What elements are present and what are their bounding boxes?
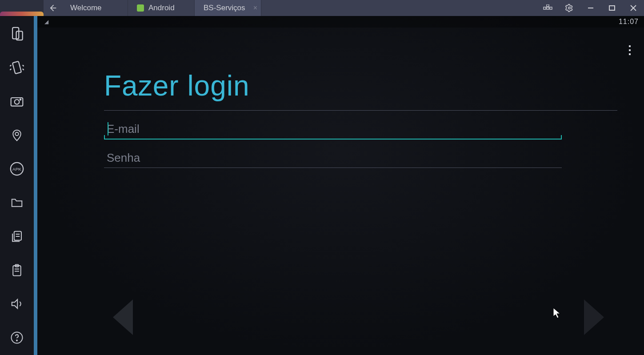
svg-marker-34 (553, 308, 560, 318)
svg-rect-31 (629, 53, 631, 55)
svg-point-28 (16, 340, 17, 341)
orientation-icon[interactable] (7, 24, 27, 44)
svg-rect-29 (629, 45, 631, 47)
mouse-cursor (553, 307, 561, 319)
keymap-button[interactable] (537, 0, 559, 16)
close-button[interactable] (623, 0, 644, 16)
login-form: Fazer login (104, 69, 617, 168)
overflow-menu-icon[interactable] (628, 44, 632, 56)
copy-icon[interactable] (7, 227, 27, 246)
svg-rect-19 (14, 231, 21, 240)
tab-welcome[interactable]: Welcome (61, 0, 128, 16)
back-button[interactable] (44, 0, 61, 16)
maximize-button[interactable] (601, 0, 623, 16)
svg-point-5 (568, 7, 571, 9)
location-icon[interactable] (7, 125, 27, 145)
tab-bs-servicos[interactable]: BS-Serviços × (195, 0, 261, 16)
emulator-viewport: ◢ 11:07 Fazer login (37, 16, 644, 355)
camera-icon[interactable] (7, 92, 27, 111)
page-title: Fazer login (104, 69, 617, 102)
svg-text:APK: APK (12, 167, 21, 172)
tab-close-icon[interactable]: × (253, 4, 257, 12)
shake-icon[interactable] (7, 58, 27, 77)
paste-icon[interactable] (7, 260, 27, 280)
svg-point-15 (20, 99, 21, 100)
text-caret (108, 122, 108, 136)
android-icon (137, 4, 144, 12)
password-field-wrapper (104, 149, 617, 168)
nav-prev-button[interactable] (108, 297, 140, 337)
sidebar: APK (0, 16, 35, 355)
nav-next-button[interactable] (577, 297, 608, 337)
minimize-button[interactable] (580, 0, 601, 16)
email-field[interactable] (104, 120, 562, 140)
svg-rect-1 (544, 7, 546, 9)
svg-rect-4 (547, 4, 549, 7)
apk-icon[interactable]: APK (7, 159, 27, 179)
svg-point-14 (15, 100, 20, 104)
settings-button[interactable] (559, 0, 580, 16)
clock: 11:07 (619, 18, 639, 26)
app-logo (0, 0, 44, 16)
tab-label: BS-Serviços (204, 4, 245, 12)
help-icon[interactable] (7, 328, 27, 347)
tab-android[interactable]: Android (128, 0, 195, 16)
signal-icon: ◢ (44, 19, 49, 25)
svg-rect-12 (12, 61, 21, 74)
svg-marker-33 (584, 299, 604, 335)
android-status-bar: ◢ 11:07 (37, 16, 644, 28)
titlebar: Welcome Android BS-Serviços × (0, 0, 644, 16)
folder-icon[interactable] (7, 193, 27, 212)
email-field-wrapper (104, 120, 617, 140)
volume-icon[interactable] (7, 294, 27, 314)
svg-marker-26 (12, 299, 18, 308)
svg-rect-7 (609, 6, 615, 10)
tab-label: Welcome (70, 4, 102, 12)
tab-label: Android (148, 4, 175, 12)
svg-rect-10 (12, 28, 19, 39)
divider (104, 110, 617, 111)
svg-point-16 (15, 132, 19, 136)
password-field[interactable] (104, 149, 562, 168)
svg-rect-2 (547, 7, 549, 9)
svg-rect-30 (629, 49, 631, 51)
svg-rect-3 (550, 7, 552, 9)
svg-marker-32 (113, 299, 133, 335)
